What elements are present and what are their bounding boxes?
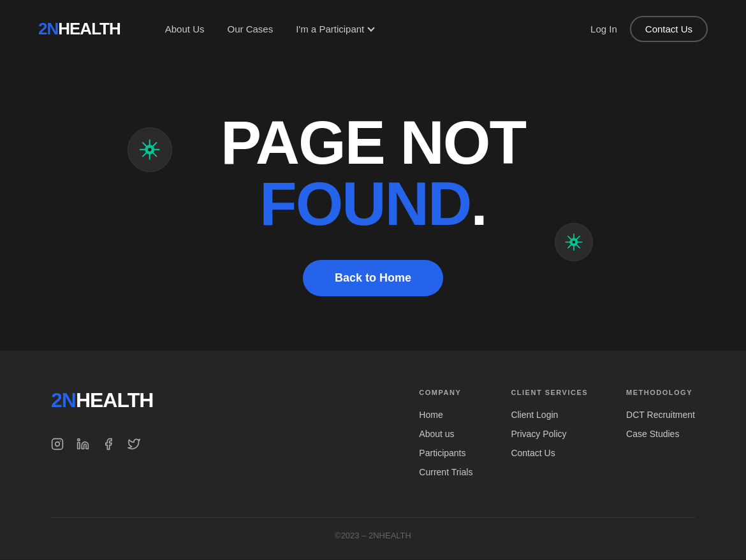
list-item: Client Login <box>511 409 588 420</box>
nav-right: Log In Contact Us <box>590 16 708 42</box>
list-item: Contact Us <box>511 447 588 459</box>
footer-links: COMPANY Home About us Participants Curre… <box>281 389 695 485</box>
client-login-link[interactable]: Client Login <box>511 410 558 420</box>
dct-recruitment-link[interactable]: DCT Recruitment <box>626 410 695 420</box>
svg-line-18 <box>568 245 571 248</box>
logo[interactable]: 2N HEALTH <box>38 19 121 39</box>
nav-participant[interactable]: I'm a Participant <box>296 24 374 34</box>
svg-point-9 <box>148 148 152 152</box>
list-item: About us <box>419 428 472 440</box>
svg-line-5 <box>143 143 146 146</box>
instagram-icon[interactable] <box>51 438 64 450</box>
svg-line-16 <box>577 245 580 248</box>
virus-icon-svg-2 <box>564 232 584 252</box>
footer-col-methodology: METHODOLOGY DCT Recruitment Case Studies <box>626 389 695 485</box>
list-item: Current Trials <box>419 466 472 478</box>
footer-logo[interactable]: 2N HEALTH <box>51 389 242 412</box>
privacy-policy-link[interactable]: Privacy Policy <box>511 429 566 439</box>
svg-point-19 <box>573 241 576 244</box>
page-not-found-line2: FOUND. <box>221 173 525 234</box>
navigation: 2N HEALTH About Us Our Cases I'm a Parti… <box>0 0 746 57</box>
linkedin-icon[interactable] <box>77 438 89 450</box>
nav-links: About Us Our Cases I'm a Participant <box>165 24 565 34</box>
company-participants-link[interactable]: Participants <box>419 448 465 458</box>
footer-logo-2n: 2N <box>51 389 76 412</box>
svg-line-7 <box>153 143 156 146</box>
chevron-down-icon <box>368 24 375 31</box>
footer-top: 2N HEALTH <box>51 389 695 485</box>
svg-line-17 <box>577 236 580 240</box>
client-links: Client Login Privacy Policy Contact Us <box>511 409 588 459</box>
virus-icon-svg-1 <box>138 138 161 161</box>
logo-health: HEALTH <box>58 19 121 39</box>
nav-about-us[interactable]: About Us <box>165 24 205 34</box>
footer-logo-health: HEALTH <box>76 389 153 412</box>
footer-divider <box>51 517 695 518</box>
case-studies-link[interactable]: Case Studies <box>626 429 679 439</box>
svg-line-8 <box>143 153 146 156</box>
company-trials-link[interactable]: Current Trials <box>419 467 472 477</box>
list-item: DCT Recruitment <box>626 409 695 420</box>
company-about-link[interactable]: About us <box>419 429 454 439</box>
copyright: ©2023 – 2NHEALTH <box>51 531 695 540</box>
list-item: Case Studies <box>626 428 695 440</box>
footer-brand: 2N HEALTH <box>51 389 242 485</box>
login-button[interactable]: Log In <box>590 24 617 34</box>
company-home-link[interactable]: Home <box>419 410 442 420</box>
back-to-home-button[interactable]: Back to Home <box>303 260 443 296</box>
svg-line-15 <box>568 236 571 240</box>
methodology-links: DCT Recruitment Case Studies <box>626 409 695 440</box>
client-heading: CLIENT SERVICES <box>511 389 588 396</box>
virus-decoration-1 <box>128 127 172 172</box>
hero-section: PAGE NOT FOUND. Back to Home <box>0 57 746 350</box>
twitter-icon[interactable] <box>128 438 140 450</box>
footer-col-company: COMPANY Home About us Participants Curre… <box>419 389 472 485</box>
footer-col-client: CLIENT SERVICES Client Login Privacy Pol… <box>511 389 588 485</box>
social-icons <box>51 438 242 450</box>
found-text: FOUND <box>260 169 471 238</box>
svg-rect-22 <box>78 443 80 449</box>
logo-2n: 2N <box>38 19 58 39</box>
svg-line-6 <box>153 153 156 156</box>
hero-content: PAGE NOT FOUND. Back to Home <box>221 112 525 296</box>
list-item: Privacy Policy <box>511 428 588 440</box>
methodology-heading: METHODOLOGY <box>626 389 695 396</box>
svg-rect-20 <box>52 439 63 450</box>
nav-our-cases[interactable]: Our Cases <box>227 24 273 34</box>
company-links: Home About us Participants Current Trial… <box>419 409 472 478</box>
facebook-icon[interactable] <box>102 438 115 450</box>
contact-us-footer-link[interactable]: Contact Us <box>511 448 555 458</box>
page-not-found-line1: PAGE NOT <box>221 112 525 173</box>
footer: 2N HEALTH <box>0 350 746 559</box>
list-item: Home <box>419 409 472 420</box>
svg-point-23 <box>78 439 80 441</box>
list-item: Participants <box>419 447 472 459</box>
company-heading: COMPANY <box>419 389 472 396</box>
period: . <box>471 169 486 238</box>
virus-decoration-2 <box>555 223 593 261</box>
contact-us-button[interactable]: Contact Us <box>630 16 708 42</box>
